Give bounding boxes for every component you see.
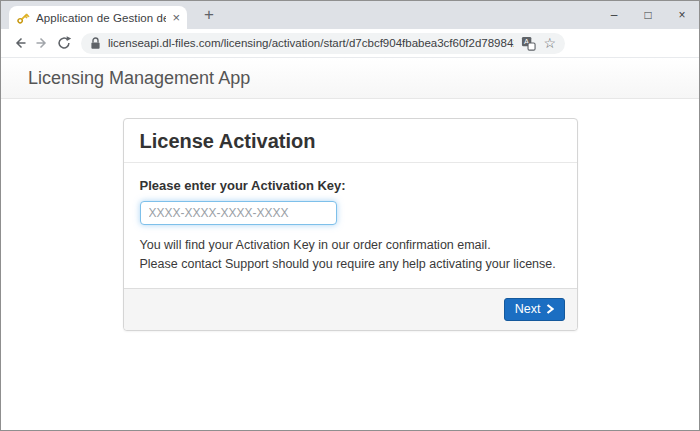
window-controls: – □ × (597, 1, 699, 29)
maximize-icon[interactable]: □ (631, 1, 665, 29)
reload-icon[interactable] (53, 33, 75, 53)
card-body: Please enter your Activation Key: You wi… (124, 163, 577, 288)
license-activation-card: License Activation Please enter your Act… (123, 118, 578, 331)
window-close-icon[interactable]: × (665, 1, 699, 29)
url-text: licenseapi.dl-files.com/licensing/activa… (108, 37, 514, 49)
url-bar[interactable]: licenseapi.dl-files.com/licensing/activa… (81, 33, 565, 54)
browser-window: Application de Gestion des Licen × + – □… (0, 0, 700, 431)
help-line-1: You will find your Activation Key in our… (140, 236, 561, 255)
key-favicon-icon (16, 11, 30, 25)
card-header: License Activation (124, 119, 577, 163)
forward-icon[interactable] (31, 33, 53, 53)
minimize-icon[interactable]: – (597, 1, 631, 29)
star-icon[interactable]: ☆ (543, 36, 556, 50)
help-text: You will find your Activation Key in our… (140, 236, 561, 275)
lock-icon[interactable] (90, 37, 101, 50)
next-button[interactable]: Next (504, 298, 565, 321)
translate-icon[interactable]: A (521, 36, 536, 51)
activation-key-input[interactable] (140, 201, 337, 225)
back-icon[interactable] (9, 33, 31, 53)
card-footer: Next (124, 288, 577, 330)
page-title: Licensing Management App (28, 68, 250, 89)
next-button-label: Next (515, 302, 541, 316)
site-navbar: Licensing Management App (1, 58, 699, 99)
activation-key-label: Please enter your Activation Key: (140, 178, 561, 193)
browser-tab[interactable]: Application de Gestion des Licen × (9, 6, 187, 29)
tab-strip: Application de Gestion des Licen × + – □… (1, 1, 699, 29)
card-title: License Activation (140, 130, 561, 153)
tab-close-icon[interactable]: × (172, 11, 180, 24)
browser-toolbar: licenseapi.dl-files.com/licensing/activa… (1, 29, 699, 58)
help-line-2: Please contact Support should you requir… (140, 255, 561, 274)
web-page: Licensing Management App License Activat… (1, 58, 699, 430)
tab-title: Application de Gestion des Licen (36, 12, 166, 24)
new-tab-icon[interactable]: + (197, 4, 221, 26)
chevron-right-icon (546, 304, 554, 314)
